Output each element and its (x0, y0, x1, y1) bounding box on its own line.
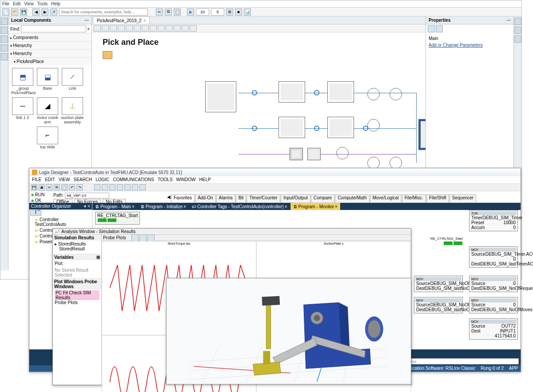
inst-tab-addon[interactable]: Add-On (195, 194, 215, 202)
mov-block-6[interactable]: MOV SourceOUT72 DestINPUT1 4117543.0 (469, 318, 518, 340)
logix-titlebar[interactable]: Logix Designer - TestControlAuto in Test… (29, 168, 521, 176)
hierarchy-section-1[interactable]: Hierarchy (8, 41, 91, 49)
rotate-icon[interactable] (158, 25, 165, 32)
group-icon[interactable] (142, 25, 149, 32)
document-tab[interactable]: PickAndPlace_2019_2× (93, 16, 150, 24)
mov-block-4[interactable]: MOV SourceDEBUG_SIM_NoOfMoves DestDEBUG_… (414, 297, 463, 313)
plot-tb3[interactable] (147, 234, 155, 242)
tab-controller-tags[interactable]: 🏷Controller Tags - TestControlAuto(contr… (189, 203, 290, 210)
ton-block[interactable]: TON TimerDEBUG_SIM_Timer Preset10000 Acc… (469, 210, 518, 231)
model-rail-icon[interactable] (1, 36, 8, 43)
block-link1[interactable] (278, 81, 305, 103)
undo-icon[interactable] (94, 25, 101, 32)
lw-copy-icon[interactable]: ⧉ (54, 184, 60, 190)
block-gain[interactable] (307, 148, 321, 160)
tree-tb2[interactable] (36, 210, 41, 216)
inst-tab-file[interactable]: File/Misc. (402, 194, 426, 202)
config-rail-icon[interactable] (1, 53, 8, 60)
probe-icon[interactable] (166, 25, 173, 32)
lw-inst3-icon[interactable] (124, 184, 131, 190)
lw-redo-icon[interactable]: ↷ (76, 184, 83, 190)
block-hammer[interactable] (327, 117, 354, 138)
block-mux[interactable] (290, 148, 303, 160)
inst-tab-bit[interactable]: Bit (236, 194, 247, 202)
sensor-2[interactable] (390, 88, 402, 100)
tab-program-main[interactable]: 🗎Program - Main× (92, 203, 138, 210)
play-icon[interactable]: ▶ (187, 8, 194, 16)
find-input[interactable] (21, 25, 86, 32)
sensor-4[interactable] (336, 147, 349, 159)
inst-tab-move[interactable]: Move/Logical (370, 194, 402, 202)
mov-block-1[interactable]: MOV SourceDEBUG_SIM_Timer.ACC 0 DestDEBU… (469, 246, 518, 268)
menu-edit[interactable]: Edit (13, 1, 20, 6)
lw-print-icon[interactable]: 🖶 (39, 184, 45, 190)
lw-save-icon[interactable]: 💾 (31, 184, 37, 190)
3d-viewport[interactable] (167, 278, 411, 384)
add-change-params-link[interactable]: Add or Change Parameters (429, 43, 511, 48)
comp-base[interactable]: ⬓Base (36, 68, 59, 95)
menu-file[interactable]: File (2, 1, 9, 6)
comp-suction-plate[interactable]: ⊥suction plate assembly (61, 97, 84, 125)
lw-menu-window[interactable]: WINDOW (176, 177, 196, 182)
lw-menu-view[interactable]: VIEW (59, 177, 70, 182)
select-icon[interactable] (110, 25, 117, 32)
save-icon[interactable]: 💾 (20, 8, 27, 16)
lw-rung-icon[interactable] (94, 184, 100, 190)
inst-tab-seq[interactable]: Sequencer (449, 194, 476, 202)
zoom-out-icon[interactable] (182, 25, 189, 32)
find-clear-icon[interactable]: × (87, 27, 90, 32)
lw-inst2-icon[interactable] (117, 184, 123, 190)
tree-tb1[interactable] (30, 210, 36, 216)
inst-tab-favorites[interactable]: Favorites (171, 194, 195, 202)
paste-icon[interactable]: 📋 (174, 8, 181, 16)
comp-link12[interactable]: ─link 1 2 (11, 97, 34, 125)
inst-tab-compare[interactable]: Compare (311, 194, 334, 202)
lw-menu-help[interactable]: HELP (199, 177, 211, 182)
docs-rail-icon[interactable] (514, 18, 521, 25)
comp-top-slide[interactable]: ⌐top slide (36, 127, 59, 150)
wrench-rail-icon[interactable] (514, 27, 521, 34)
sim-tree-stored[interactable]: ▸ StoredResults (55, 242, 99, 246)
mov-block-2[interactable]: MOV SourceDEBUG_SIM_NoOfRequests DestDEB… (414, 276, 463, 292)
menu-help[interactable]: Help (51, 1, 60, 6)
fit-icon[interactable] (190, 25, 197, 32)
search-rail-icon[interactable] (1, 18, 8, 25)
block-link2[interactable] (327, 81, 354, 103)
lw-inst1-icon[interactable] (109, 184, 115, 190)
fwd-icon[interactable]: ▶ (41, 8, 48, 16)
sensor-6[interactable] (390, 157, 402, 169)
components-section[interactable]: Components (8, 33, 91, 41)
chart-icon[interactable]: 📊 (244, 8, 251, 16)
sim-stored-result[interactable]: StoredResult (55, 246, 99, 251)
lw-menu-comm[interactable]: COMMUNICATIONS (113, 177, 154, 182)
sim-time-input[interactable] (196, 8, 209, 16)
tab-program-monitor[interactable]: 🗎Program - Monitor× (290, 203, 341, 210)
draw-icon[interactable] (118, 25, 125, 32)
lw-inst4-icon[interactable] (132, 184, 138, 190)
attach-rail-icon[interactable] (1, 44, 8, 51)
redo-icon[interactable] (102, 25, 109, 32)
hop-icon[interactable]: ↗ (50, 8, 57, 16)
comp-motor-crank[interactable]: ◢motor crank arm (36, 97, 59, 125)
back-icon[interactable]: ◀ (32, 8, 40, 16)
lw-menu-file[interactable]: FILE (32, 177, 41, 182)
gear-rail-icon[interactable] (514, 36, 521, 43)
plot-tb2[interactable] (139, 234, 147, 242)
lw-menu-logic[interactable]: LOGIC (95, 177, 109, 182)
open-icon[interactable]: 📂 (11, 8, 18, 16)
inst-tab-timer[interactable]: Timer/Counter (247, 194, 280, 202)
search-input[interactable] (59, 8, 148, 16)
root-node[interactable]: PickAndPlace (8, 57, 91, 65)
plot-tb1[interactable] (131, 234, 139, 242)
zoom-in-icon[interactable] (174, 25, 181, 32)
rung-start-tag[interactable]: RE_CTRLTAG_Start (95, 212, 140, 225)
logix-search-input[interactable] (403, 358, 519, 364)
lw-verify-icon[interactable] (139, 184, 146, 190)
diagram-config-icon[interactable] (103, 51, 112, 59)
comp-group-pickandplace[interactable]: ⬒_group PickAndPlace (11, 68, 34, 95)
lw-menu-tools[interactable]: TOOLS (158, 177, 173, 182)
tab-program-init[interactable]: 🗎Program - Initialize× (138, 203, 189, 210)
inst-tab-alarms[interactable]: Alarms (216, 194, 235, 202)
lw-branch-icon[interactable] (102, 184, 108, 190)
sensor-3[interactable] (367, 119, 380, 131)
